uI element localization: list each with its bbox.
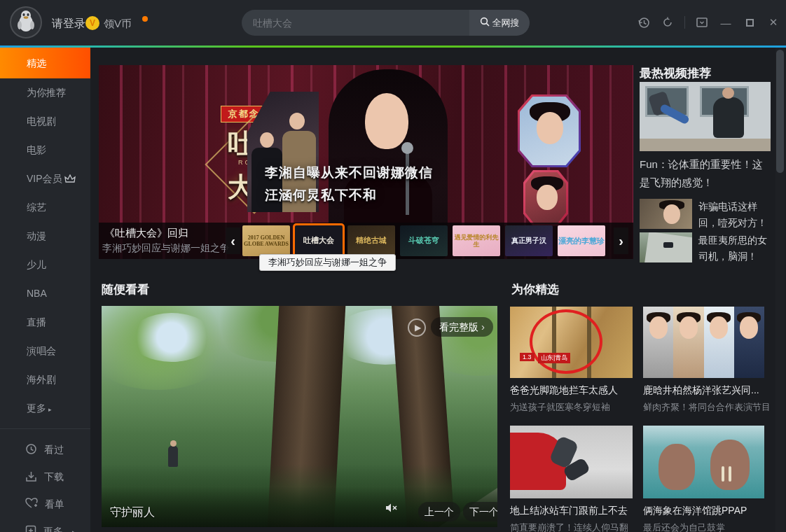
- picked-card-4[interactable]: 俩海象在海洋馆跳PPAP 最后还会为自己鼓掌: [643, 426, 764, 532]
- watch-full-version-button[interactable]: 看完整版›: [431, 317, 493, 337]
- face: [649, 316, 668, 339]
- chevron-right-icon: ›: [481, 321, 485, 332]
- highlight-circle: [530, 309, 602, 374]
- downloads-label: 下载: [44, 471, 64, 484]
- notification-dot: [142, 16, 148, 22]
- carousel-next-button[interactable]: ›: [614, 227, 628, 254]
- sidebar-item-vip-label: VIP会员: [27, 173, 62, 184]
- picked-card-1[interactable]: 1.3 山东|青岛 爸爸光脚跪地拦车太感人 为送孩子就医寒冬穿短袖: [510, 307, 633, 414]
- sidebar-item-more[interactable]: 更多▸: [0, 394, 90, 423]
- carousel-thumb-roast-active[interactable]: 吐槽大会: [295, 225, 343, 256]
- sidebar-item-tv-series[interactable]: 电视剧: [0, 107, 90, 136]
- minimize-button[interactable]: —: [719, 15, 733, 29]
- play-icon[interactable]: ▶: [408, 318, 426, 337]
- title-bar: 请登录 V 领V币 全网搜 — ✕: [0, 0, 786, 46]
- sidebar-item-variety[interactable]: 综艺: [0, 193, 90, 222]
- portrait-photo: [520, 97, 579, 165]
- hot-videos-title: 最热视频推荐: [640, 65, 711, 81]
- walrus-tusk: [722, 466, 724, 482]
- picked-card-2-thumb: [643, 307, 764, 378]
- face: [740, 316, 758, 339]
- prev-video-button[interactable]: 上一个: [418, 502, 460, 522]
- inline-video-player[interactable]: ▶ 看完整版› 守护丽人 上一个 下一个: [102, 306, 497, 527]
- carousel-thumb-mr-right[interactable]: 遇见爱情的利先生: [453, 225, 500, 256]
- sidebar-item-watched[interactable]: 看过: [0, 436, 90, 463]
- search-button[interactable]: 全网搜: [469, 10, 530, 36]
- hot-video-caption-3[interactable]: 最匪夷所思的女司机，脑洞！: [698, 232, 773, 265]
- search-button-label: 全网搜: [492, 17, 520, 29]
- full-version-label: 看完整版: [439, 321, 478, 332]
- sky-patch: [130, 313, 214, 362]
- login-button[interactable]: 请登录: [52, 17, 85, 31]
- hot-video-thumb-1[interactable]: [640, 82, 771, 151]
- host-head: [260, 132, 274, 148]
- sidebar-item-featured[interactable]: 精选: [0, 48, 90, 78]
- user-avatar[interactable]: [10, 6, 42, 38]
- host-head: [289, 113, 305, 130]
- sidebar-item-anime[interactable]: 动漫: [0, 222, 90, 251]
- sidebar-item-recommended[interactable]: 为你推荐: [0, 78, 90, 107]
- heart-plus-icon: [25, 498, 38, 511]
- picked-card-3-title: 地上结冰站车门跟前上不去: [510, 505, 633, 517]
- watched-label: 看过: [44, 444, 64, 456]
- picked-card-3-thumb: [510, 426, 633, 498]
- watchlist-label: 看单: [45, 498, 64, 511]
- thumb-tooltip: 李湘巧妙回应与谢娜一姐之争: [259, 254, 396, 271]
- vcoin-icon: V: [85, 16, 99, 30]
- sidebar-item-more-tools[interactable]: 更多▸: [0, 518, 90, 532]
- sidebar-item-live[interactable]: 直播: [0, 308, 90, 337]
- walrus-tusk: [729, 466, 731, 482]
- maximize-button[interactable]: [743, 15, 757, 29]
- next-video-button[interactable]: 下一个: [463, 502, 497, 522]
- xie-na-portrait: [518, 94, 581, 167]
- sidebar-item-concerts[interactable]: 演唱会: [0, 337, 90, 365]
- carousel-thumb-lost-tomb[interactable]: 精绝古城: [347, 225, 395, 256]
- playing-video-title: 守护丽人: [110, 505, 155, 520]
- close-button[interactable]: ✕: [766, 15, 780, 29]
- sidebar-item-movies[interactable]: 电影: [0, 136, 90, 164]
- hot-video-thumb-3[interactable]: [640, 232, 692, 262]
- muted-speaker-icon[interactable]: [385, 503, 398, 516]
- sidebar-item-downloads[interactable]: 下载: [0, 463, 90, 491]
- picked-card-1-subtitle: 为送孩子就医寒冬穿短袖: [510, 401, 633, 414]
- carousel-prev-button[interactable]: ‹: [226, 227, 240, 254]
- face: [710, 316, 728, 339]
- sidebar-more-label: 更多: [27, 402, 46, 414]
- plus-box-icon: [25, 525, 36, 532]
- walrus: [659, 444, 695, 490]
- sidebar: 精选 为你推荐 电视剧 电影 VIP会员 综艺 动漫 少儿 NBA 直播 演唱会…: [0, 48, 90, 532]
- face: [663, 204, 680, 224]
- sidebar-item-vip[interactable]: VIP会员: [0, 164, 90, 193]
- picked-card-3[interactable]: 地上结冰站车门跟前上不去 简直要崩溃了！连续人仰马翻: [510, 426, 633, 532]
- microphone: [406, 152, 409, 215]
- carousel-thumb-battle-through[interactable]: 斗破苍穹: [400, 225, 448, 256]
- carousel-thumb-real-man[interactable]: 真正男子汉: [505, 225, 553, 256]
- hot-video-caption-2[interactable]: 诈骗电话这样回，噎死对方！: [698, 199, 773, 231]
- picked-card-2-subtitle: 鲜肉齐聚！将同台合作表演节目: [643, 401, 764, 414]
- carousel-caption-subtitle: 李湘巧妙回应与谢娜一姐之争: [102, 242, 230, 255]
- location-badge: 山东|青岛: [538, 353, 570, 363]
- sidebar-item-watchlist[interactable]: 看单: [0, 491, 90, 518]
- sidebar-item-kids[interactable]: 少儿: [0, 251, 90, 279]
- history-icon[interactable]: [637, 15, 651, 29]
- search-icon: [480, 17, 490, 29]
- ground: [640, 139, 771, 151]
- refresh-icon[interactable]: [661, 15, 675, 29]
- sidebar-item-nba[interactable]: NBA: [0, 279, 90, 308]
- mini-mode-icon[interactable]: [695, 15, 709, 29]
- carousel-thumb-golden-globe[interactable]: 2017 GOLDEN GLOBE AWARDS: [242, 225, 290, 256]
- get-vcoin-button[interactable]: 领V币: [104, 18, 132, 31]
- search-input[interactable]: [242, 10, 469, 36]
- carousel-thumb-pretty-li[interactable]: 漂亮的李慧珍: [558, 225, 605, 256]
- scrollbar-thumb[interactable]: [776, 50, 784, 173]
- picked-card-2[interactable]: 鹿晗井柏然杨洋张艺兴同... 鲜肉齐聚！将同台合作表演节目: [643, 307, 764, 414]
- figure: [713, 97, 744, 138]
- hot-video-caption-1[interactable]: Fun：论体重的重要性！这是飞翔的感觉！: [640, 155, 773, 192]
- picked-card-4-thumb: [643, 426, 764, 498]
- accent-gradient-line: [0, 46, 786, 48]
- hero-carousel[interactable]: 京都念慈菴 吐槽 ROAST 大会 李湘自曝从来不回谢娜微信 汪涵何炅私下不和 …: [99, 65, 633, 259]
- sidebar-item-overseas[interactable]: 海外剧: [0, 365, 90, 394]
- tencent-video-app-window: 请登录 V 领V币 全网搜 — ✕: [0, 0, 786, 532]
- banner-headline-1: 李湘自曝从来不回谢娜微信: [265, 164, 433, 182]
- hot-video-thumb-2[interactable]: [640, 199, 692, 229]
